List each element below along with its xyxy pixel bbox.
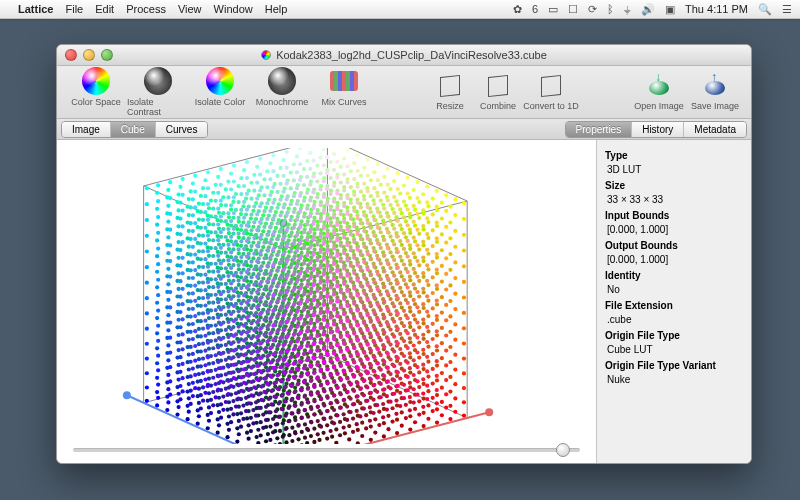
- status-battery-icon[interactable]: ▣: [665, 3, 675, 16]
- tab-bar: Image Cube Curves Properties History Met…: [57, 119, 751, 140]
- monochrome-icon: [268, 67, 296, 95]
- color-space-icon: [82, 67, 110, 95]
- inspector-tabs: Properties History Metadata: [565, 121, 747, 138]
- menu-view[interactable]: View: [178, 3, 202, 15]
- combine-icon: [485, 73, 511, 99]
- prop-identity-label: Identity: [605, 269, 743, 283]
- status-display-icon[interactable]: ▭: [548, 3, 558, 16]
- cube-viewport[interactable]: [57, 140, 597, 464]
- status-volume-icon[interactable]: 🔊: [641, 3, 655, 16]
- window-titlebar[interactable]: Kodak2383_log2hd_CUSPclip_DaVinciResolve…: [57, 45, 751, 66]
- toolbar-mix-curves[interactable]: Mix Curves: [313, 67, 375, 117]
- tab-properties[interactable]: Properties: [566, 122, 633, 137]
- tab-metadata[interactable]: Metadata: [684, 122, 746, 137]
- prop-output-bounds-label: Output Bounds: [605, 239, 743, 253]
- prop-size-label: Size: [605, 179, 743, 193]
- prop-type-value: 3D LUT: [607, 163, 743, 177]
- tab-image[interactable]: Image: [62, 122, 111, 137]
- prop-origin-variant-value: Nuke: [607, 373, 743, 387]
- status-number[interactable]: 6: [532, 3, 538, 15]
- toolbar-resize[interactable]: Resize: [426, 73, 474, 111]
- prop-output-bounds-value: [0.000, 1.000]: [607, 253, 743, 267]
- resize-icon: [437, 73, 463, 99]
- window-title: Kodak2383_log2hd_CUSPclip_DaVinciResolve…: [276, 49, 547, 61]
- toolbar-combine[interactable]: Combine: [474, 73, 522, 111]
- tab-cube[interactable]: Cube: [111, 122, 156, 137]
- view-tabs: Image Cube Curves: [61, 121, 208, 138]
- spotlight-icon[interactable]: 🔍: [758, 3, 772, 16]
- app-name[interactable]: Lattice: [18, 3, 53, 15]
- rotation-slider[interactable]: [73, 442, 580, 456]
- app-window: Kodak2383_log2hd_CUSPclip_DaVinciResolve…: [56, 44, 752, 464]
- mix-curves-icon: [330, 71, 358, 91]
- tab-history[interactable]: History: [632, 122, 684, 137]
- toolbar-isolate-color[interactable]: Isolate Color: [189, 67, 251, 117]
- prop-origin-variant-label: Origin File Type Variant: [605, 359, 743, 373]
- toolbar-isolate-contrast[interactable]: Isolate Contrast: [127, 67, 189, 117]
- convert-1d-icon: [538, 73, 564, 99]
- status-wifi-icon[interactable]: ⏚: [624, 3, 631, 15]
- prop-file-ext-label: File Extension: [605, 299, 743, 313]
- toolbar-open-image[interactable]: Open Image: [631, 73, 687, 111]
- isolate-contrast-icon: [144, 67, 172, 95]
- slider-thumb[interactable]: [556, 443, 570, 457]
- menu-edit[interactable]: Edit: [95, 3, 114, 15]
- toolbar: Color Space Isolate Contrast Isolate Col…: [57, 66, 751, 119]
- toolbar-convert-1d[interactable]: Convert to 1D: [522, 73, 580, 111]
- prop-type-label: Type: [605, 149, 743, 163]
- menu-file[interactable]: File: [65, 3, 83, 15]
- toolbar-save-image[interactable]: Save Image: [687, 73, 743, 111]
- toolbar-color-space[interactable]: Color Space: [65, 67, 127, 117]
- status-sync-icon[interactable]: ⟳: [588, 3, 597, 16]
- menu-window[interactable]: Window: [214, 3, 253, 15]
- toolbar-monochrome[interactable]: Monochrome: [251, 67, 313, 117]
- lut-cube-canvas[interactable]: [57, 148, 597, 444]
- status-gear-icon[interactable]: ✿: [513, 3, 522, 16]
- status-dropbox-icon[interactable]: ☐: [568, 3, 578, 16]
- isolate-color-icon: [206, 67, 234, 95]
- menu-help[interactable]: Help: [265, 3, 288, 15]
- prop-file-ext-value: .cube: [607, 313, 743, 327]
- document-proxy-icon[interactable]: [261, 50, 271, 60]
- menu-process[interactable]: Process: [126, 3, 166, 15]
- properties-panel: Type 3D LUT Size 33 × 33 × 33 Input Boun…: [597, 140, 751, 464]
- prop-origin-type-value: Cube LUT: [607, 343, 743, 357]
- prop-size-value: 33 × 33 × 33: [607, 193, 743, 207]
- open-image-icon: [645, 73, 673, 97]
- notification-center-icon[interactable]: ☰: [782, 3, 792, 16]
- menubar-clock[interactable]: Thu 4:11 PM: [685, 3, 748, 15]
- prop-identity-value: No: [607, 283, 743, 297]
- slider-track: [73, 448, 580, 452]
- save-image-icon: [701, 73, 729, 97]
- prop-origin-type-label: Origin File Type: [605, 329, 743, 343]
- prop-input-bounds-label: Input Bounds: [605, 209, 743, 223]
- status-bluetooth-icon[interactable]: ᛒ: [607, 3, 614, 15]
- tab-curves[interactable]: Curves: [156, 122, 208, 137]
- macos-menubar: Lattice File Edit Process View Window He…: [0, 0, 800, 19]
- prop-input-bounds-value: [0.000, 1.000]: [607, 223, 743, 237]
